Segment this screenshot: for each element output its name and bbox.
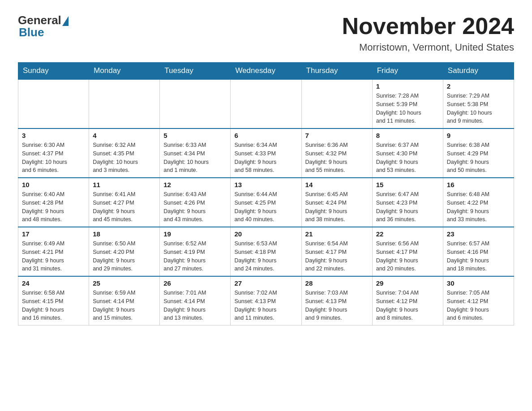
logo-blue-text: Blue bbox=[19, 26, 44, 39]
day-number: 8 bbox=[376, 132, 439, 139]
calendar-cell-1-5 bbox=[301, 79, 372, 128]
day-number: 16 bbox=[447, 181, 510, 188]
day-info: Sunrise: 6:34 AM Sunset: 4:33 PM Dayligh… bbox=[234, 141, 297, 175]
day-number: 6 bbox=[234, 132, 297, 139]
day-info: Sunrise: 6:53 AM Sunset: 4:18 PM Dayligh… bbox=[234, 240, 297, 273]
calendar-cell-5-6: 29Sunrise: 7:04 AM Sunset: 4:12 PM Dayli… bbox=[372, 276, 443, 325]
calendar-cell-1-1 bbox=[18, 79, 89, 128]
day-number: 30 bbox=[447, 279, 510, 287]
page-header: General Blue November 2024 Morristown, V… bbox=[18, 13, 514, 53]
day-info: Sunrise: 6:49 AM Sunset: 4:21 PM Dayligh… bbox=[22, 240, 85, 273]
day-info: Sunrise: 6:41 AM Sunset: 4:27 PM Dayligh… bbox=[93, 190, 156, 224]
calendar-cell-2-3: 5Sunrise: 6:33 AM Sunset: 4:34 PM Daylig… bbox=[160, 128, 231, 178]
week-row-4: 17Sunrise: 6:49 AM Sunset: 4:21 PM Dayli… bbox=[18, 227, 514, 276]
day-info: Sunrise: 7:28 AM Sunset: 5:39 PM Dayligh… bbox=[376, 92, 439, 125]
calendar-cell-2-4: 6Sunrise: 6:34 AM Sunset: 4:33 PM Daylig… bbox=[231, 128, 301, 178]
calendar-cell-3-4: 13Sunrise: 6:44 AM Sunset: 4:25 PM Dayli… bbox=[231, 178, 301, 227]
day-number: 13 bbox=[234, 181, 297, 188]
day-info: Sunrise: 6:52 AM Sunset: 4:19 PM Dayligh… bbox=[163, 240, 227, 273]
calendar-cell-5-3: 26Sunrise: 7:01 AM Sunset: 4:14 PM Dayli… bbox=[160, 276, 231, 325]
calendar-cell-1-4 bbox=[231, 79, 301, 128]
calendar-cell-4-6: 22Sunrise: 6:56 AM Sunset: 4:17 PM Dayli… bbox=[372, 227, 443, 276]
day-number: 20 bbox=[234, 230, 297, 238]
weekday-header-monday: Monday bbox=[89, 63, 160, 80]
weekday-header-saturday: Saturday bbox=[443, 63, 514, 80]
calendar-cell-3-3: 12Sunrise: 6:43 AM Sunset: 4:26 PM Dayli… bbox=[160, 178, 231, 227]
day-number: 12 bbox=[163, 181, 227, 188]
day-info: Sunrise: 6:32 AM Sunset: 4:35 PM Dayligh… bbox=[93, 141, 156, 175]
day-info: Sunrise: 7:29 AM Sunset: 5:38 PM Dayligh… bbox=[447, 92, 510, 125]
week-row-3: 10Sunrise: 6:40 AM Sunset: 4:28 PM Dayli… bbox=[18, 178, 514, 227]
calendar-cell-4-7: 23Sunrise: 6:57 AM Sunset: 4:16 PM Dayli… bbox=[443, 227, 514, 276]
day-number: 5 bbox=[163, 132, 227, 139]
calendar-cell-4-2: 18Sunrise: 6:50 AM Sunset: 4:20 PM Dayli… bbox=[89, 227, 160, 276]
calendar-cell-1-3 bbox=[160, 79, 231, 128]
day-number: 26 bbox=[163, 279, 227, 287]
day-info: Sunrise: 6:30 AM Sunset: 4:37 PM Dayligh… bbox=[22, 141, 85, 175]
calendar-cell-2-2: 4Sunrise: 6:32 AM Sunset: 4:35 PM Daylig… bbox=[89, 128, 160, 178]
weekday-header-tuesday: Tuesday bbox=[160, 63, 231, 80]
calendar-cell-5-7: 30Sunrise: 7:05 AM Sunset: 4:12 PM Dayli… bbox=[443, 276, 514, 325]
day-number: 24 bbox=[22, 279, 85, 287]
calendar-cell-3-6: 15Sunrise: 6:47 AM Sunset: 4:23 PM Dayli… bbox=[372, 178, 443, 227]
weekday-header-row: SundayMondayTuesdayWednesdayThursdayFrid… bbox=[18, 63, 514, 80]
calendar-cell-4-5: 21Sunrise: 6:54 AM Sunset: 4:17 PM Dayli… bbox=[301, 227, 372, 276]
day-number: 2 bbox=[447, 82, 510, 90]
calendar-cell-3-7: 16Sunrise: 6:48 AM Sunset: 4:22 PM Dayli… bbox=[443, 178, 514, 227]
day-info: Sunrise: 7:05 AM Sunset: 4:12 PM Dayligh… bbox=[447, 289, 510, 322]
day-info: Sunrise: 6:37 AM Sunset: 4:30 PM Dayligh… bbox=[376, 141, 439, 175]
day-info: Sunrise: 7:02 AM Sunset: 4:13 PM Dayligh… bbox=[234, 289, 297, 322]
day-number: 15 bbox=[376, 181, 439, 188]
calendar-cell-2-1: 3Sunrise: 6:30 AM Sunset: 4:37 PM Daylig… bbox=[18, 128, 89, 178]
week-row-1: 1Sunrise: 7:28 AM Sunset: 5:39 PM Daylig… bbox=[18, 79, 514, 128]
day-info: Sunrise: 6:36 AM Sunset: 4:32 PM Dayligh… bbox=[305, 141, 369, 175]
day-number: 18 bbox=[93, 230, 156, 238]
calendar-table: SundayMondayTuesdayWednesdayThursdayFrid… bbox=[18, 62, 514, 325]
day-number: 14 bbox=[305, 181, 369, 188]
calendar-cell-2-5: 7Sunrise: 6:36 AM Sunset: 4:32 PM Daylig… bbox=[301, 128, 372, 178]
day-number: 9 bbox=[447, 132, 510, 139]
day-number: 28 bbox=[305, 279, 369, 287]
day-number: 29 bbox=[376, 279, 439, 287]
title-block: November 2024 Morristown, Vermont, Unite… bbox=[342, 13, 514, 53]
weekday-header-sunday: Sunday bbox=[18, 63, 89, 80]
day-info: Sunrise: 7:04 AM Sunset: 4:12 PM Dayligh… bbox=[376, 289, 439, 322]
calendar-cell-4-1: 17Sunrise: 6:49 AM Sunset: 4:21 PM Dayli… bbox=[18, 227, 89, 276]
week-row-2: 3Sunrise: 6:30 AM Sunset: 4:37 PM Daylig… bbox=[18, 128, 514, 178]
day-info: Sunrise: 7:03 AM Sunset: 4:13 PM Dayligh… bbox=[305, 289, 369, 322]
logo: General Blue bbox=[18, 13, 69, 39]
calendar-cell-1-6: 1Sunrise: 7:28 AM Sunset: 5:39 PM Daylig… bbox=[372, 79, 443, 128]
day-info: Sunrise: 6:56 AM Sunset: 4:17 PM Dayligh… bbox=[376, 240, 439, 273]
calendar-cell-5-5: 28Sunrise: 7:03 AM Sunset: 4:13 PM Dayli… bbox=[301, 276, 372, 325]
day-info: Sunrise: 6:50 AM Sunset: 4:20 PM Dayligh… bbox=[93, 240, 156, 273]
day-number: 23 bbox=[447, 230, 510, 238]
day-info: Sunrise: 6:33 AM Sunset: 4:34 PM Dayligh… bbox=[163, 141, 227, 175]
weekday-header-friday: Friday bbox=[372, 63, 443, 80]
day-info: Sunrise: 6:47 AM Sunset: 4:23 PM Dayligh… bbox=[376, 190, 439, 224]
calendar-cell-5-4: 27Sunrise: 7:02 AM Sunset: 4:13 PM Dayli… bbox=[231, 276, 301, 325]
calendar-cell-1-7: 2Sunrise: 7:29 AM Sunset: 5:38 PM Daylig… bbox=[443, 79, 514, 128]
logo-triangle-icon bbox=[62, 16, 69, 26]
day-number: 25 bbox=[93, 279, 156, 287]
day-info: Sunrise: 6:40 AM Sunset: 4:28 PM Dayligh… bbox=[22, 190, 85, 224]
calendar-cell-4-3: 19Sunrise: 6:52 AM Sunset: 4:19 PM Dayli… bbox=[160, 227, 231, 276]
day-number: 10 bbox=[22, 181, 85, 188]
day-number: 17 bbox=[22, 230, 85, 238]
day-number: 27 bbox=[234, 279, 297, 287]
calendar-cell-5-2: 25Sunrise: 6:59 AM Sunset: 4:14 PM Dayli… bbox=[89, 276, 160, 325]
calendar-cell-3-5: 14Sunrise: 6:45 AM Sunset: 4:24 PM Dayli… bbox=[301, 178, 372, 227]
calendar-cell-2-7: 9Sunrise: 6:38 AM Sunset: 4:29 PM Daylig… bbox=[443, 128, 514, 178]
day-info: Sunrise: 6:38 AM Sunset: 4:29 PM Dayligh… bbox=[447, 141, 510, 175]
week-row-5: 24Sunrise: 6:58 AM Sunset: 4:15 PM Dayli… bbox=[18, 276, 514, 325]
day-info: Sunrise: 6:54 AM Sunset: 4:17 PM Dayligh… bbox=[305, 240, 369, 273]
day-info: Sunrise: 6:48 AM Sunset: 4:22 PM Dayligh… bbox=[447, 190, 510, 224]
calendar-cell-2-6: 8Sunrise: 6:37 AM Sunset: 4:30 PM Daylig… bbox=[372, 128, 443, 178]
calendar-cell-3-1: 10Sunrise: 6:40 AM Sunset: 4:28 PM Dayli… bbox=[18, 178, 89, 227]
day-info: Sunrise: 6:57 AM Sunset: 4:16 PM Dayligh… bbox=[447, 240, 510, 273]
day-info: Sunrise: 6:45 AM Sunset: 4:24 PM Dayligh… bbox=[305, 190, 369, 224]
day-number: 21 bbox=[305, 230, 369, 238]
day-number: 3 bbox=[22, 132, 85, 139]
day-number: 1 bbox=[376, 82, 439, 90]
day-number: 7 bbox=[305, 132, 369, 139]
day-info: Sunrise: 6:44 AM Sunset: 4:25 PM Dayligh… bbox=[234, 190, 297, 224]
